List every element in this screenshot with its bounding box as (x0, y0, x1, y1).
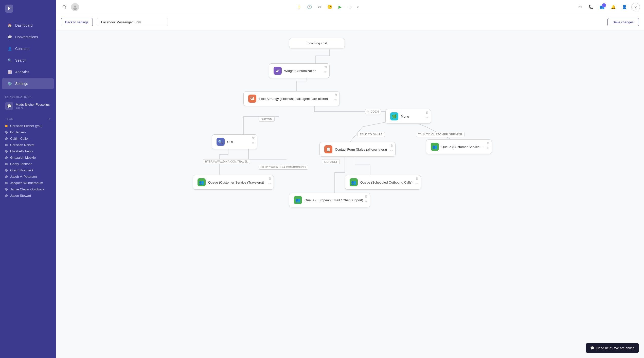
sidebar-item-label: Conversations (15, 35, 38, 39)
contact-form-label: Contact Form (Sales (all countries)) (335, 148, 387, 151)
sidebar-nav: 🏠 Dashboard 💬 Conversations 👤 Contacts 🔍… (0, 17, 56, 92)
edit-icon[interactable]: ✏ (252, 141, 256, 145)
node-actions: 🗑 ✏ (252, 136, 256, 145)
team-member-greg[interactable]: Greg Silverneck (0, 167, 56, 173)
help-toast[interactable]: 💬 Need help? We are online (586, 343, 639, 353)
canvas-inner: Incoming chat 🖌 Widget Customization 🗑 ✏… (172, 30, 527, 259)
url-node[interactable]: 🔍 URL 🗑 ✏ (212, 134, 257, 149)
widget-customization-node[interactable]: 🖌 Widget Customization 🗑 ✏ (269, 63, 330, 78)
delete-icon[interactable]: 🗑 (252, 136, 256, 140)
delete-icon[interactable]: 🗑 (390, 143, 394, 148)
member-name: Christian Neistat (10, 143, 34, 147)
face-icon-button[interactable]: 😐 (326, 3, 334, 11)
queue-cs-tra-node[interactable]: 👥 Queue (Customer Service (Tra 🗑 ✏ (426, 139, 492, 154)
offline-dot (5, 182, 8, 184)
team-member-jacques[interactable]: Jacques Wunderbaum (0, 180, 56, 186)
team-add-button[interactable]: + (48, 117, 51, 121)
team-member-goofy[interactable]: Goofy Johnson (0, 161, 56, 167)
save-changes-button[interactable]: Save changes (607, 18, 639, 26)
bell-icon-button[interactable]: 🔔 (609, 3, 618, 11)
queue-cs-tra-label: Queue (Customer Service (Tra (441, 145, 485, 149)
member-name: Jacques Wunderbaum (10, 181, 43, 185)
widget-customization-label: Widget Customization (284, 69, 316, 73)
edit-icon[interactable]: ✏ (334, 98, 338, 102)
node-actions: 🗑 ✏ (425, 110, 429, 120)
svg-point-0 (63, 5, 66, 8)
person-icon-button[interactable]: 👤 (620, 3, 629, 11)
delete-icon[interactable]: 🗑 (334, 93, 338, 97)
flow-header: Back to settings Save changes (56, 14, 644, 30)
widget-icon: 🖌 (274, 67, 282, 75)
delete-icon[interactable]: 🗑 (415, 176, 419, 181)
conversation-name: Mads Blicher Fosselius (16, 103, 50, 106)
team-member-jacob[interactable]: Jacob V. Petersen (0, 173, 56, 180)
team-member-christian-n[interactable]: Christian Neistat (0, 142, 56, 148)
member-name: Bo Jensen (10, 130, 26, 134)
sidebar-item-settings[interactable]: ⚙️ Settings (2, 78, 54, 89)
sidebar-item-analytics[interactable]: 📈 Analytics (2, 66, 54, 78)
member-name: Caitlin Caller (10, 137, 29, 140)
edit-icon[interactable]: ✏ (364, 199, 368, 204)
menu-label: Menu (401, 115, 409, 118)
flow-name-input[interactable] (97, 18, 168, 26)
svg-line-1 (65, 8, 66, 9)
edit-icon[interactable]: ✏ (486, 146, 490, 150)
edit-icon[interactable]: ✏ (268, 181, 272, 186)
delete-icon[interactable]: 🗑 (364, 194, 368, 199)
phone-icon-button[interactable]: 📞 (587, 3, 595, 11)
team-header: Team + (0, 114, 56, 123)
queue-scheduled-icon: 👥 (350, 178, 358, 186)
svg-point-3 (73, 8, 77, 10)
clock-icon-button[interactable]: 🕐 (305, 3, 314, 11)
queue-european-email-node[interactable]: 👥 Queue (European Email / Chat Support) … (289, 193, 370, 207)
delete-icon[interactable]: 🗑 (486, 141, 490, 145)
email-icon-button[interactable]: ✉ (315, 3, 324, 11)
hide-strategy-icon: 🖼 (248, 95, 256, 103)
team-member-caitlin[interactable]: Caitlin Caller (0, 135, 56, 142)
team-member-ghazaleh[interactable]: Ghazaleh Mobkie (0, 154, 56, 161)
conversation-item[interactable]: 💬 Mads Blicher Fosselius #3174 (0, 100, 56, 112)
edit-icon[interactable]: ✏ (390, 148, 394, 153)
team-member-bo[interactable]: Bo Jensen (0, 129, 56, 135)
edit-icon[interactable]: ✏ (324, 70, 328, 74)
edit-icon[interactable]: ✏ (415, 181, 419, 186)
node-actions: 🗑 ✏ (364, 194, 368, 204)
queue-cs-travelers-node[interactable]: 👥 Queue (Customer Service (Travelers)) 🗑… (193, 175, 274, 190)
sidebar-item-label: Search (15, 58, 26, 62)
help-icon-button[interactable]: ? (631, 3, 640, 11)
team-icon-button[interactable]: 👥 1 (598, 3, 606, 11)
queue-scheduled-node[interactable]: 👥 Queue (Scheduled Outbound Calls) 🗑 ✏ (345, 175, 421, 190)
play-icon-button[interactable]: ▶ (336, 3, 344, 11)
contact-form-node[interactable]: 📋 Contact Form (Sales (all countries)) 🗑… (319, 142, 396, 157)
sidebar-item-dashboard[interactable]: 🏠 Dashboard (2, 20, 54, 31)
offline-dot (5, 163, 8, 165)
topbar-dropdown-button[interactable]: ▾ (356, 4, 360, 10)
flow-canvas[interactable]: Incoming chat 🖌 Widget Customization 🗑 ✏… (56, 30, 644, 358)
delete-icon[interactable]: 🗑 (268, 176, 272, 181)
team-member-jason[interactable]: Jason Stewart (0, 192, 56, 199)
menu-node[interactable]: 🌿 Menu 🗑 ✏ (385, 109, 431, 124)
queue-cs-travelers-label: Queue (Customer Service (Travelers)) (208, 181, 264, 184)
back-to-settings-button[interactable]: Back to settings (61, 18, 93, 26)
team-member-jamie[interactable]: Jamie Clever Goldback (0, 186, 56, 192)
sidebar-item-contacts[interactable]: 👤 Contacts (2, 43, 54, 54)
settings2-icon-button[interactable]: ⊕ (346, 3, 354, 11)
sidebar-item-conversations[interactable]: 💬 Conversations (2, 31, 54, 43)
team-member-christian[interactable]: Christian Blicher (you) (0, 123, 56, 129)
member-name: Greg Silverneck (10, 168, 33, 172)
delete-icon[interactable]: 🗑 (324, 65, 328, 69)
contact-form-icon: 📋 (324, 145, 332, 153)
hide-strategy-node[interactable]: 🖼 Hide Strategy (Hide when all agents ar… (243, 91, 340, 106)
delete-icon[interactable]: 🗑 (425, 110, 429, 115)
hidden-label: HIDDEN (365, 109, 381, 114)
email-right-icon-button[interactable]: ✉ (576, 3, 584, 11)
incoming-chat-node[interactable]: Incoming chat (289, 38, 345, 48)
pause-icon-button[interactable]: ⏸ (295, 3, 304, 11)
main-content: ⏸ 🕐 ✉ 😐 ▶ ⊕ ▾ ✉ 📞 👥 1 🔔 👤 ? Back to sett… (56, 0, 644, 358)
edit-icon[interactable]: ✏ (425, 115, 429, 120)
sidebar-item-label: Analytics (15, 70, 29, 74)
sidebar-item-search[interactable]: 🔍 Search (2, 55, 54, 66)
member-name: Christian Blicher (you) (10, 124, 43, 128)
topbar-search-button[interactable] (60, 3, 69, 12)
team-member-elizabeth[interactable]: Elizabeth Taylor (0, 148, 56, 154)
